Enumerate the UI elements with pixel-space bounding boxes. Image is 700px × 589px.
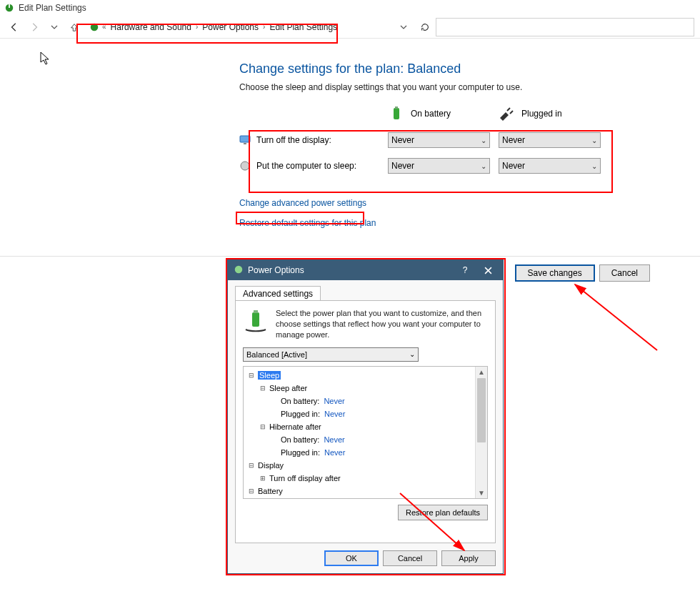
svg-rect-6 — [244, 143, 246, 144]
dialog-cancel-button[interactable]: Cancel — [383, 550, 437, 566]
chevron-down-icon: ⌄ — [409, 350, 415, 358]
page-content: Change settings for the plan: Balanced C… — [239, 61, 646, 228]
scroll-thumb[interactable] — [477, 378, 486, 442]
tree-leaf-label[interactable]: Plugged in: — [279, 448, 321, 457]
ok-button[interactable]: OK — [324, 550, 379, 566]
tree-node-display[interactable]: Display — [256, 461, 285, 470]
setting-sleep-row: Put the computer to sleep: Never⌄ Never⌄ — [239, 158, 646, 174]
svg-rect-9 — [252, 312, 259, 327]
address-dropdown[interactable] — [396, 19, 411, 35]
collapse-icon[interactable]: ⊟ — [246, 462, 256, 469]
collapse-icon[interactable]: ⊟ — [258, 385, 268, 392]
sleep-battery-dropdown[interactable]: Never⌄ — [388, 158, 490, 174]
svg-line-11 — [575, 284, 657, 350]
chevron-down-icon: ⌄ — [481, 162, 486, 170]
plan-dropdown[interactable]: Balanced [Active] ⌄ — [243, 347, 419, 362]
app-icon — [4, 3, 14, 13]
tree-node-hibernate-after[interactable]: Hibernate after — [268, 422, 323, 431]
apply-button[interactable]: Apply — [441, 550, 496, 566]
sleep-plugged-dropdown[interactable]: Never⌄ — [499, 158, 601, 174]
tree-node-battery[interactable]: Battery — [256, 487, 284, 495]
column-headers: On battery Plugged in — [239, 105, 646, 122]
tree-node-sleep[interactable]: Sleep — [258, 371, 281, 380]
svg-rect-5 — [240, 136, 250, 142]
breadcrumb-item[interactable]: Power Options — [199, 22, 261, 32]
up-button[interactable] — [66, 19, 83, 36]
forward-button[interactable] — [26, 19, 43, 36]
moon-icon — [239, 160, 251, 172]
tree-leaf-value[interactable]: Never — [324, 435, 344, 444]
window-title: Edit Plan Settings — [19, 3, 86, 13]
tree-leaf-value[interactable]: Never — [324, 410, 345, 418]
dialog-body: Advanced settings Select the power plan … — [228, 280, 503, 573]
back-button[interactable] — [6, 19, 23, 36]
collapse-icon[interactable]: ⊟ — [246, 372, 256, 379]
link-advanced-settings[interactable]: Change advanced power settings — [239, 198, 366, 208]
link-restore-defaults[interactable]: Restore default settings for this plan — [239, 218, 376, 228]
chevron-down-icon: ⌄ — [591, 137, 597, 144]
help-button[interactable]: ? — [456, 260, 474, 280]
svg-point-2 — [91, 23, 99, 31]
tab-advanced-settings[interactable]: Advanced settings — [235, 286, 321, 301]
setting-display-row: Turn off the display: Never⌄ Never⌄ — [239, 132, 646, 148]
svg-point-8 — [235, 265, 243, 273]
collapse-icon[interactable]: ⊟ — [258, 423, 268, 430]
setting-sleep-label: Put the computer to sleep: — [256, 161, 356, 171]
location-icon — [89, 22, 101, 32]
page-title: Change settings for the plan: Balanced — [239, 61, 646, 76]
mouse-cursor-icon — [40, 51, 51, 68]
svg-point-7 — [241, 162, 249, 170]
recent-dropdown[interactable] — [46, 19, 63, 36]
restore-defaults-button[interactable]: Restore plan defaults — [398, 505, 488, 520]
setting-display-label: Turn off the display: — [256, 135, 331, 145]
tree-leaf-label[interactable]: On battery: — [279, 435, 321, 444]
window-titlebar: Edit Plan Settings — [0, 0, 700, 16]
search-input[interactable] — [436, 18, 694, 36]
display-plugged-dropdown[interactable]: Never⌄ — [499, 132, 601, 148]
breadcrumb-item[interactable]: Edit Plan Settings — [266, 22, 340, 32]
power-options-dialog: Power Options ? Advanced settings Select… — [227, 259, 504, 574]
collapse-icon[interactable]: ⊟ — [246, 487, 256, 495]
breadcrumb-item[interactable]: Hardware and Sound — [108, 22, 194, 32]
save-button[interactable]: Save changes — [515, 264, 595, 282]
dialog-titlebar[interactable]: Power Options ? — [228, 260, 503, 280]
close-button[interactable] — [479, 260, 497, 280]
chevron-down-icon: ⌄ — [591, 162, 597, 170]
power-plan-icon — [243, 308, 269, 334]
column-plugged-in: Plugged in — [521, 109, 562, 119]
settings-tree[interactable]: ⊟Sleep ⊟Sleep after On battery:Never Plu… — [243, 366, 488, 499]
svg-rect-4 — [395, 107, 398, 109]
cancel-button[interactable]: Cancel — [599, 264, 650, 282]
scroll-up-icon[interactable]: ▲ — [476, 367, 487, 377]
display-battery-dropdown[interactable]: Never⌄ — [388, 132, 490, 148]
dialog-blurb: Select the power plan that you want to c… — [276, 308, 488, 340]
tree-node-sleep-after[interactable]: Sleep after — [268, 384, 309, 392]
tree-leaf-label[interactable]: On battery: — [279, 397, 321, 405]
tree-node-turn-off-display[interactable]: Turn off display after — [268, 474, 342, 482]
scrollbar[interactable]: ▲ ▼ — [475, 367, 487, 498]
chevron-right-icon: › — [263, 23, 265, 31]
svg-rect-3 — [394, 108, 399, 119]
tree-leaf-value[interactable]: Never — [324, 397, 344, 405]
expand-icon[interactable]: ⊞ — [258, 475, 268, 482]
chevron-down-icon: ⌄ — [481, 137, 486, 144]
tree-leaf-label[interactable]: Plugged in: — [279, 410, 321, 418]
separator — [0, 256, 700, 257]
svg-rect-1 — [9, 4, 10, 8]
tree-leaf-value[interactable]: Never — [324, 448, 345, 457]
breadcrumb[interactable]: « Hardware and Sound › Power Options › E… — [86, 18, 414, 36]
dialog-title: Power Options — [248, 265, 304, 275]
breadcrumb-overflow[interactable]: « — [102, 23, 106, 31]
svg-rect-10 — [254, 310, 258, 313]
dialog-icon — [234, 264, 244, 277]
dialog-buttons: OK Cancel Apply — [324, 550, 496, 566]
chevron-right-icon: › — [196, 23, 198, 31]
refresh-button[interactable] — [417, 19, 433, 35]
annotation-arrow — [514, 272, 664, 357]
dialog-panel: Select the power plan that you want to c… — [235, 300, 496, 543]
explorer-navbar: « Hardware and Sound › Power Options › E… — [0, 16, 700, 39]
column-on-battery: On battery — [411, 109, 451, 119]
scroll-down-icon[interactable]: ▼ — [476, 487, 487, 498]
plug-icon — [499, 105, 516, 122]
battery-icon — [388, 105, 405, 122]
